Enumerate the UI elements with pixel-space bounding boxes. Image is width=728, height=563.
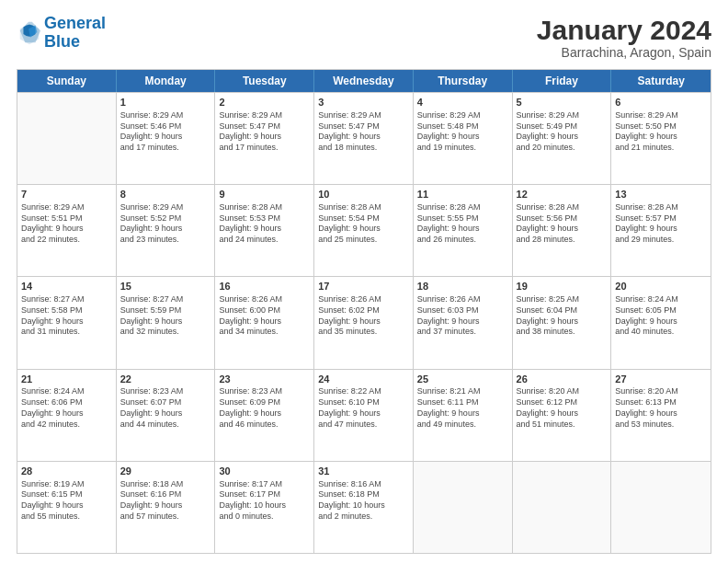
cell-info-line: Sunset: 5:57 PM [615, 213, 707, 224]
cell-info-line: Sunrise: 8:29 AM [21, 202, 112, 213]
subtitle: Barrachina, Aragon, Spain [537, 45, 711, 60]
header-day-saturday: Saturday [611, 70, 711, 92]
cell-info-line: and 47 minutes. [318, 419, 409, 431]
header-day-tuesday: Tuesday [215, 70, 314, 92]
cell-info-line: Sunrise: 8:17 AM [219, 479, 310, 490]
cell-info-line: Sunset: 5:50 PM [615, 121, 707, 132]
calendar-row-2: 14Sunrise: 8:27 AMSunset: 5:58 PMDayligh… [17, 276, 711, 368]
cell-info-line: Sunset: 6:12 PM [517, 397, 608, 408]
logo-text: General Blue [44, 15, 106, 52]
cell-info-line: Sunrise: 8:24 AM [21, 386, 112, 397]
cell-info-line: Sunrise: 8:27 AM [120, 294, 211, 305]
cell-info-line: Sunrise: 8:29 AM [615, 110, 707, 121]
cell-info-line: Sunrise: 8:26 AM [219, 294, 310, 305]
cell-info-line: Daylight: 10 hours [318, 500, 409, 511]
cell-info-line: Sunrise: 8:28 AM [615, 202, 707, 213]
calendar-cell: 27Sunrise: 8:20 AMSunset: 6:13 PMDayligh… [611, 370, 711, 461]
cell-info-line: Sunset: 5:54 PM [318, 213, 409, 224]
calendar-cell: 31Sunrise: 8:16 AMSunset: 6:18 PMDayligh… [314, 462, 414, 553]
cell-info-line: Sunrise: 8:29 AM [120, 110, 211, 121]
day-number: 1 [120, 96, 211, 109]
cell-info-line: and 29 minutes. [615, 235, 707, 246]
cell-info-line: Daylight: 9 hours [318, 316, 409, 327]
cell-info-line: Sunset: 6:06 PM [21, 397, 112, 408]
cell-info-line: and 20 minutes. [517, 143, 608, 154]
calendar-cell: 2Sunrise: 8:29 AMSunset: 5:47 PMDaylight… [215, 93, 314, 184]
cell-info-line: and 17 minutes. [120, 143, 211, 154]
day-number: 17 [318, 280, 409, 293]
day-number: 4 [417, 96, 508, 109]
day-number: 23 [219, 373, 310, 386]
day-number: 27 [615, 373, 707, 386]
page: General Blue January 2024 Barrachina, Ar… [0, 0, 728, 563]
cell-info-line: and 17 minutes. [219, 143, 310, 154]
cell-info-line: Sunrise: 8:26 AM [318, 294, 409, 305]
cell-info-line: and 51 minutes. [517, 419, 608, 431]
cell-info-line: and 44 minutes. [120, 419, 211, 431]
cell-info-line: and 32 minutes. [120, 327, 211, 338]
calendar-cell: 6Sunrise: 8:29 AMSunset: 5:50 PMDaylight… [611, 93, 711, 184]
cell-info-line: Sunset: 5:46 PM [120, 121, 211, 132]
cell-info-line: Sunrise: 8:18 AM [120, 479, 211, 490]
calendar-cell: 28Sunrise: 8:19 AMSunset: 6:15 PMDayligh… [17, 462, 117, 553]
cell-info-line: and 25 minutes. [318, 235, 409, 246]
day-number: 22 [120, 373, 211, 386]
cell-info-line: Sunset: 5:51 PM [21, 213, 112, 224]
cell-info-line: and 57 minutes. [120, 511, 211, 523]
cell-info-line: Sunrise: 8:29 AM [219, 110, 310, 121]
logo-general: General [44, 14, 106, 32]
calendar-cell: 24Sunrise: 8:22 AMSunset: 6:10 PMDayligh… [314, 370, 414, 461]
cell-info-line: Daylight: 9 hours [517, 132, 608, 143]
cell-info-line: Sunrise: 8:20 AM [615, 386, 707, 397]
day-number: 2 [219, 96, 310, 109]
cell-info-line: Sunset: 5:48 PM [417, 121, 508, 132]
main-title: January 2024 [537, 15, 711, 45]
header: General Blue January 2024 Barrachina, Ar… [17, 15, 711, 60]
cell-info-line: and 23 minutes. [120, 235, 211, 246]
day-number: 3 [318, 96, 409, 109]
cell-info-line: Sunset: 5:53 PM [219, 213, 310, 224]
day-number: 26 [517, 373, 608, 386]
day-number: 28 [21, 465, 112, 478]
calendar-cell: 11Sunrise: 8:28 AMSunset: 5:55 PMDayligh… [414, 185, 513, 276]
day-number: 12 [517, 188, 608, 201]
cell-info-line: Daylight: 9 hours [120, 500, 211, 511]
calendar-cell: 30Sunrise: 8:17 AMSunset: 6:17 PMDayligh… [215, 462, 314, 553]
calendar-cell: 19Sunrise: 8:25 AMSunset: 6:04 PMDayligh… [513, 277, 612, 368]
calendar-cell [513, 462, 612, 553]
day-number: 6 [615, 96, 707, 109]
cell-info-line: and 34 minutes. [219, 327, 310, 338]
day-number: 20 [615, 280, 707, 293]
cell-info-line: Sunset: 6:11 PM [417, 397, 508, 408]
cell-info-line: Daylight: 9 hours [21, 500, 112, 511]
cell-info-line: Daylight: 9 hours [417, 316, 508, 327]
cell-info-line: Sunrise: 8:29 AM [120, 202, 211, 213]
cell-info-line: and 37 minutes. [417, 327, 508, 338]
cell-info-line: Sunrise: 8:28 AM [318, 202, 409, 213]
cell-info-line: Daylight: 9 hours [120, 132, 211, 143]
cell-info-line: and 26 minutes. [417, 235, 508, 246]
calendar-cell: 21Sunrise: 8:24 AMSunset: 6:06 PMDayligh… [17, 370, 117, 461]
cell-info-line: Sunset: 6:07 PM [120, 397, 211, 408]
cell-info-line: and 38 minutes. [517, 327, 608, 338]
cell-info-line: Sunset: 5:47 PM [318, 121, 409, 132]
cell-info-line: Sunset: 5:56 PM [517, 213, 608, 224]
calendar-cell: 22Sunrise: 8:23 AMSunset: 6:07 PMDayligh… [117, 370, 216, 461]
cell-info-line: Sunset: 6:05 PM [615, 305, 707, 316]
calendar-cell: 15Sunrise: 8:27 AMSunset: 5:59 PMDayligh… [117, 277, 216, 368]
cell-info-line: Daylight: 9 hours [417, 408, 508, 419]
calendar-header: SundayMondayTuesdayWednesdayThursdayFrid… [17, 70, 711, 92]
day-number: 18 [417, 280, 508, 293]
cell-info-line: Sunset: 6:13 PM [615, 397, 707, 408]
cell-info-line: Sunset: 6:16 PM [120, 489, 211, 500]
cell-info-line: Daylight: 9 hours [615, 408, 707, 419]
calendar-cell: 26Sunrise: 8:20 AMSunset: 6:12 PMDayligh… [513, 370, 612, 461]
cell-info-line: and 0 minutes. [219, 511, 310, 523]
calendar-row-1: 7Sunrise: 8:29 AMSunset: 5:51 PMDaylight… [17, 184, 711, 276]
day-number: 15 [120, 280, 211, 293]
cell-info-line: Sunrise: 8:27 AM [21, 294, 112, 305]
cell-info-line: and 49 minutes. [417, 419, 508, 431]
cell-info-line: Daylight: 9 hours [615, 224, 707, 235]
cell-info-line: Daylight: 9 hours [120, 408, 211, 419]
calendar-cell: 13Sunrise: 8:28 AMSunset: 5:57 PMDayligh… [611, 185, 711, 276]
